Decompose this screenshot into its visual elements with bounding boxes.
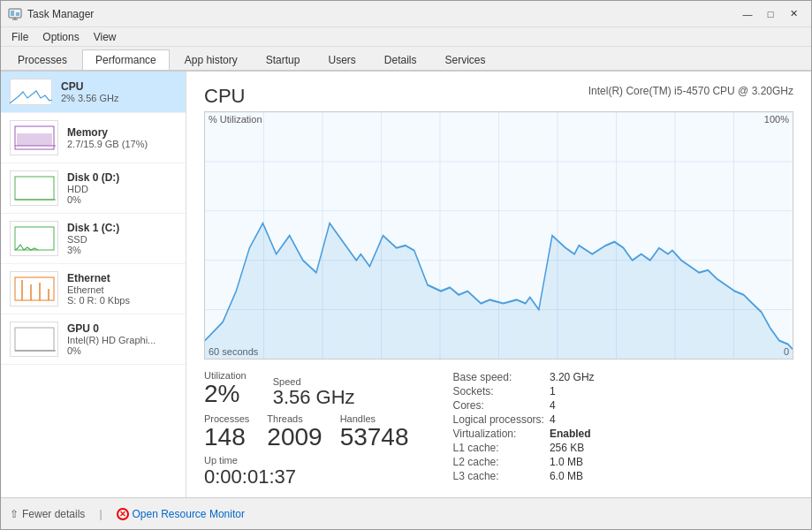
close-button[interactable]: ✕ — [783, 5, 804, 23]
sidebar-item-ethernet[interactable]: Ethernet Ethernet S: 0 R: 0 Kbps — [1, 264, 186, 314]
ethernet-sub2: S: 0 R: 0 Kbps — [67, 295, 177, 306]
base-speed-label: Base speed: — [453, 370, 550, 384]
ethernet-title: Ethernet — [67, 272, 177, 284]
disk0-sub1: HDD — [67, 184, 177, 194]
menu-view[interactable]: View — [87, 29, 124, 45]
logical-value: 4 — [550, 413, 595, 427]
cores-row: Cores: 4 — [453, 398, 595, 413]
threads-stat: Threads 2009 — [267, 413, 322, 451]
sidebar-item-disk0[interactable]: Disk 0 (D:) HDD 0% — [1, 163, 186, 214]
bottom-bar: ⇧ Fewer details | ✕ Open Resource Monito… — [1, 497, 811, 529]
base-speed-value: 3.20 GHz — [550, 370, 595, 384]
menu-options[interactable]: Options — [35, 29, 86, 45]
handles-value: 53748 — [340, 424, 409, 451]
tab-performance[interactable]: Performance — [82, 49, 170, 70]
cpu-title: CPU — [61, 80, 177, 93]
speed-stat: Speed 3.56 GHz — [273, 376, 355, 408]
sidebar-item-gpu0[interactable]: GPU 0 Intel(R) HD Graphi... 0% — [1, 314, 186, 365]
disk0-title: Disk 0 (D:) — [67, 171, 177, 184]
sockets-label: Sockets: — [453, 384, 550, 398]
right-stats-table: Base speed: 3.20 GHz Sockets: 1 Cores: 4 — [453, 370, 595, 483]
handles-stat: Handles 53748 — [340, 413, 409, 451]
tab-services[interactable]: Services — [432, 49, 499, 70]
sockets-row: Sockets: 1 — [453, 384, 595, 398]
virtualization-row: Virtualization: Enabled — [453, 427, 595, 441]
memory-sub: 2.7/15.9 GB (17%) — [67, 139, 177, 149]
tab-details[interactable]: Details — [371, 49, 430, 70]
chevron-up-icon: ⇧ — [10, 508, 19, 520]
processes-stat: Processes 148 — [204, 413, 249, 451]
gpu0-sub1: Intel(R) HD Graphi... — [67, 335, 177, 345]
cores-value: 4 — [550, 398, 595, 413]
fewer-details-label: Fewer details — [22, 508, 85, 520]
l1-cache-row: L1 cache: 256 KB — [453, 441, 595, 455]
l3-cache-row: L3 cache: 6.0 MB — [453, 469, 595, 483]
memory-title: Memory — [67, 126, 177, 139]
main-content: CPU 2% 3.56 GHz Memory 2.7/15.9 GB (17%) — [1, 72, 811, 497]
virtualization-label: Virtualization: — [453, 427, 550, 441]
logical-row: Logical processors: 4 — [453, 413, 595, 427]
right-stats: Base speed: 3.20 GHz Sockets: 1 Cores: 4 — [453, 370, 793, 488]
disk0-info: Disk 0 (D:) HDD 0% — [67, 171, 177, 205]
tab-startup[interactable]: Startup — [253, 49, 314, 70]
sidebar: CPU 2% 3.56 GHz Memory 2.7/15.9 GB (17%) — [1, 72, 186, 497]
uptime-value: 0:00:01:37 — [204, 466, 409, 488]
fewer-details-button[interactable]: ⇧ Fewer details — [10, 508, 85, 520]
window-controls: — □ ✕ — [737, 5, 804, 23]
svg-rect-2 — [16, 12, 19, 16]
l1-cache-label: L1 cache: — [453, 441, 550, 455]
memory-info: Memory 2.7/15.9 GB (17%) — [67, 126, 177, 149]
processes-value: 148 — [204, 424, 249, 451]
tab-processes[interactable]: Processes — [4, 49, 80, 70]
utilization-value: 2% — [204, 381, 247, 408]
app-icon — [8, 7, 22, 21]
cpu-mini-graph — [10, 79, 52, 105]
gpu0-mini-graph — [10, 322, 58, 357]
tab-users[interactable]: Users — [315, 49, 368, 70]
tab-app-history[interactable]: App history — [171, 49, 251, 70]
title-bar: Task Manager — □ ✕ — [1, 1, 811, 27]
virtualization-value: Enabled — [550, 427, 595, 441]
svg-rect-6 — [17, 133, 52, 146]
task-manager-window: Task Manager — □ ✕ File Options View Pro… — [0, 0, 812, 530]
svg-rect-14 — [15, 328, 54, 351]
resource-monitor-icon: ✕ — [117, 508, 129, 520]
disk1-info: Disk 1 (C:) SSD 3% — [67, 222, 177, 255]
sockets-value: 1 — [550, 384, 595, 398]
open-resource-monitor-label: Open Resource Monitor — [133, 508, 245, 520]
disk1-sub1: SSD — [67, 234, 177, 245]
menu-file[interactable]: File — [4, 29, 35, 45]
disk1-sub2: 3% — [67, 245, 177, 255]
cpu-info: CPU 2% 3.56 GHz — [61, 80, 177, 103]
panel-title: CPU — [204, 85, 245, 108]
disk1-title: Disk 1 (C:) — [67, 222, 177, 234]
maximize-button[interactable]: □ — [760, 5, 781, 23]
ethernet-mini-graph — [10, 271, 58, 307]
gpu0-info: GPU 0 Intel(R) HD Graphi... 0% — [67, 322, 177, 356]
cpu-model-text: Intel(R) Core(TM) i5-4570 CPU @ 3.20GHz — [588, 85, 793, 97]
disk0-mini-graph — [10, 170, 58, 206]
sidebar-item-memory[interactable]: Memory 2.7/15.9 GB (17%) — [1, 113, 186, 163]
logical-label: Logical processors: — [453, 413, 550, 427]
cpu-sub: 2% 3.56 GHz — [61, 93, 177, 103]
stats-section: Utilization 2% Speed 3.56 GHz Processes … — [204, 370, 793, 488]
svg-rect-7 — [15, 177, 54, 200]
l3-cache-label: L3 cache: — [453, 469, 550, 483]
minimize-button[interactable]: — — [737, 5, 758, 23]
sidebar-item-disk1[interactable]: Disk 1 (C:) SSD 3% — [1, 214, 186, 264]
cpu-chart: % Utilization 100% 0 60 seconds — [204, 111, 793, 360]
ethernet-sub1: Ethernet — [67, 284, 177, 295]
memory-mini-graph — [10, 120, 58, 155]
uptime-stat: Up time 0:00:01:37 — [204, 455, 409, 488]
panel-header: CPU Intel(R) Core(TM) i5-4570 CPU @ 3.20… — [204, 85, 793, 108]
left-stats: Utilization 2% Speed 3.56 GHz Processes … — [204, 370, 409, 488]
sidebar-item-cpu[interactable]: CPU 2% 3.56 GHz — [1, 72, 186, 113]
open-resource-monitor-link[interactable]: ✕ Open Resource Monitor — [117, 508, 245, 520]
util-speed-row: Utilization 2% Speed 3.56 GHz — [204, 370, 409, 408]
window-title: Task Manager — [27, 8, 737, 20]
l2-cache-label: L2 cache: — [453, 455, 550, 469]
l1-cache-value: 256 KB — [550, 441, 595, 455]
threads-value: 2009 — [267, 424, 322, 451]
l2-cache-value: 1.0 MB — [550, 455, 595, 469]
disk1-mini-graph — [10, 221, 58, 256]
